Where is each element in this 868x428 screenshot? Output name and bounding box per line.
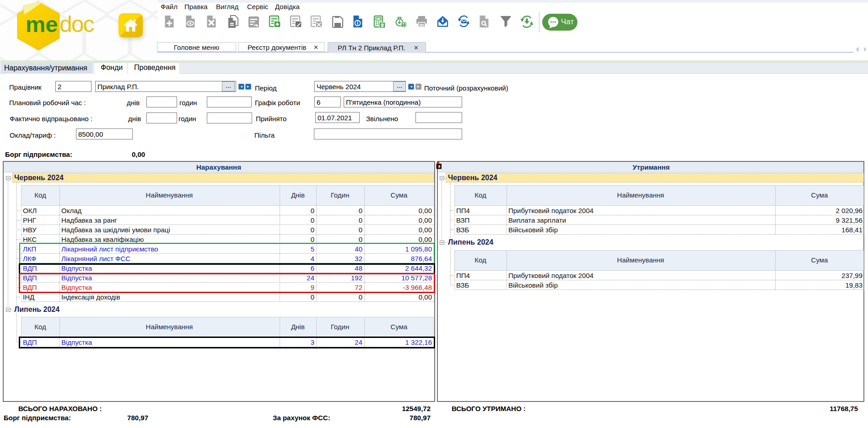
svg-text:₴: ₴ [381,23,384,28]
svg-text:doc: doc [59,11,94,37]
svg-text:me: me [26,12,58,37]
